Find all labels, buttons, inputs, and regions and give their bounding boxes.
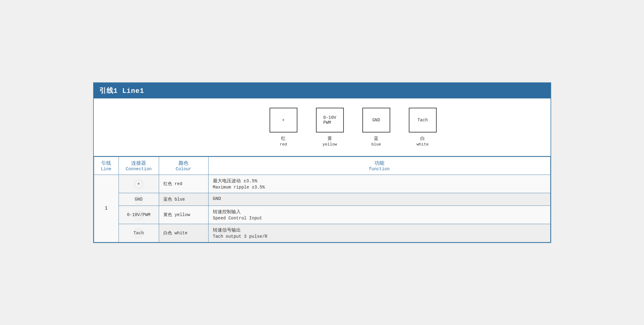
main-container: 引线1 Line1 +红red0-10VPWM黄yellowGND蓝blueTa…: [93, 82, 551, 243]
connection-cell-3: Tach⚙: [119, 224, 159, 242]
col-colour: 颜色 Colour: [159, 157, 208, 175]
function-cell-0: 最大电压波动 ±3.5%Maximum ripple ±3.5%: [208, 175, 550, 193]
table-body: 1+⚙红色 red最大电压波动 ±3.5%Maximum ripple ±3.5…: [94, 175, 550, 242]
col-function: 功能 function: [208, 157, 550, 175]
table-section: 引线 Line 连接器 Connection 颜色 Colour 功能 func…: [94, 157, 551, 242]
function-cn-1: GND: [213, 196, 546, 202]
col-connection-en: Connection: [123, 167, 154, 171]
col-line-en: Line: [98, 167, 114, 171]
col-function-en: function: [213, 167, 546, 171]
colour-cell-1: 蓝色 blue: [159, 193, 208, 206]
connector-box-0: +: [270, 108, 297, 132]
col-connection-cn: 连接器: [123, 160, 154, 167]
connector-label-en-3: white: [417, 142, 429, 147]
section-header: 引线1 Line1: [94, 83, 551, 98]
connector-label-cn-2: 蓝: [374, 136, 378, 141]
connector-group-2: GND蓝blue: [358, 108, 395, 147]
colour-cell-0: 红色 red: [159, 175, 208, 193]
wire-table: 引线 Line 连接器 Connection 颜色 Colour 功能 func…: [94, 157, 551, 242]
connector-box-3: Tach: [409, 108, 437, 132]
function-en-3: Tach output 3 pulse/R: [213, 234, 546, 239]
connector-group-0: +红red: [265, 108, 302, 147]
function-cn-0: 最大电压波动 ±3.5%: [213, 178, 546, 184]
table-row: 0-10V/PWM⚙黄色 yellow转速控制输入Speed Control I…: [94, 206, 550, 224]
col-connection: 连接器 Connection: [119, 157, 159, 175]
table-header-row: 引线 Line 连接器 Connection 颜色 Colour 功能 func…: [94, 157, 550, 175]
connection-cell-2: 0-10V/PWM⚙: [119, 206, 159, 224]
connection-cell-1: GND⚙: [119, 193, 159, 206]
function-en-0: Maximum ripple ±3.5%: [213, 185, 546, 190]
connector-label-en-1: yellow: [322, 142, 337, 147]
function-cell-2: 转速控制输入Speed Control Input: [208, 206, 550, 224]
connector-label-cn-0: 红: [281, 136, 286, 141]
function-en-2: Speed Control Input: [213, 216, 546, 221]
colour-cell-2: 黄色 yellow: [159, 206, 208, 224]
connector-label-cn-1: 黄: [327, 136, 332, 141]
connection-cell-0: +⚙: [119, 175, 159, 193]
col-function-cn: 功能: [213, 160, 546, 167]
connector-group-3: Tach白white: [404, 108, 441, 147]
table-row: 1+⚙红色 red最大电压波动 ±3.5%Maximum ripple ±3.5…: [94, 175, 550, 193]
connector-box-1: 0-10VPWM: [316, 108, 344, 132]
connector-label-en-2: blue: [371, 142, 381, 147]
col-line-cn: 引线: [98, 160, 114, 167]
header-title: 引线1 Line1: [99, 87, 144, 95]
diagram-section: +红red0-10VPWM黄yellowGND蓝blueTach白white: [94, 98, 551, 157]
connector-box-2: GND: [362, 108, 390, 132]
col-colour-en: Colour: [163, 167, 204, 171]
function-cn-3: 转速信号输出: [213, 227, 546, 233]
col-line: 引线 Line: [94, 157, 119, 175]
table-row: GND⚙蓝色 blueGND: [94, 193, 550, 206]
colour-cell-3: 白色 white: [159, 224, 208, 242]
table-row: Tach⚙白色 white转速信号输出Tach output 3 pulse/R: [94, 224, 550, 242]
connector-group-1: 0-10VPWM黄yellow: [311, 108, 348, 147]
line-number: 1: [94, 175, 119, 242]
col-colour-cn: 颜色: [163, 160, 204, 167]
function-cn-2: 转速控制输入: [213, 209, 546, 215]
connector-label-cn-3: 白: [420, 136, 425, 141]
connector-diagram: +红red0-10VPWM黄yellowGND蓝blueTach白white: [260, 108, 446, 147]
function-cell-1: GND: [208, 193, 550, 206]
connector-label-en-0: red: [280, 142, 287, 147]
function-cell-3: 转速信号输出Tach output 3 pulse/R: [208, 224, 550, 242]
